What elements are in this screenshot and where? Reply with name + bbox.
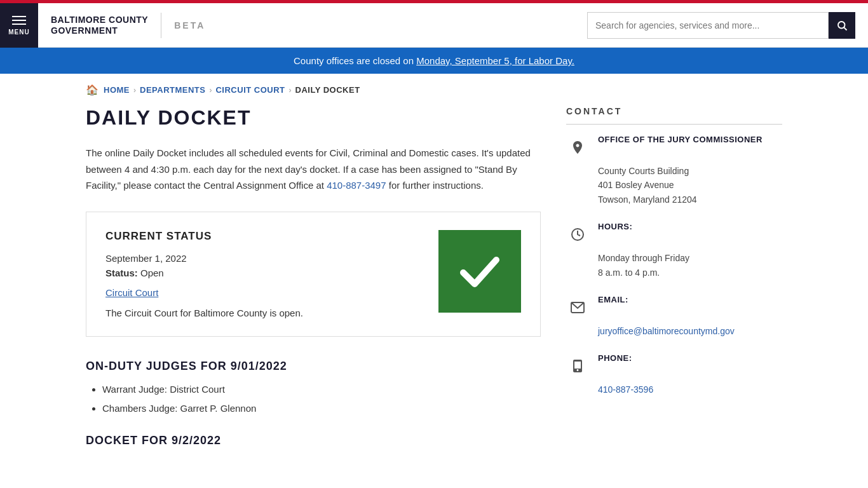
header-divider: [161, 13, 161, 38]
announcement-text: County offices are closed on: [294, 55, 416, 66]
email-label: EMAIL:: [598, 295, 628, 304]
clock-icon: [566, 223, 589, 246]
email-detail: juryoffice@baltimorecountymd.gov: [566, 324, 782, 338]
main-layout: DAILY DOCKET The online Daily Docket inc…: [0, 106, 868, 482]
search-icon: [836, 20, 848, 31]
status-link-container: Circuit Court: [105, 287, 419, 299]
breadcrumb-current: DAILY DOCKET: [295, 85, 360, 95]
email-section: EMAIL: juryoffice@baltimorecountymd.gov: [566, 295, 782, 338]
description-end: for further instructions.: [386, 180, 484, 191]
menu-label: MENU: [8, 29, 29, 36]
header: MENU BALTIMORE COUNTY GOVERNMENT BETA: [0, 3, 868, 48]
announcement-link[interactable]: Monday, September 5, for Labor Day.: [416, 55, 574, 66]
breadcrumb-circuit-court[interactable]: CIRCUIT COURT: [215, 85, 285, 95]
judges-section-title: ON-DUTY JUDGES FOR 9/01/2022: [86, 360, 541, 373]
phone-header: PHONE:: [566, 353, 782, 377]
checkmark-box: [438, 230, 521, 313]
envelope-icon: [570, 300, 585, 315]
list-item: Chambers Judge: Garret P. Glennon: [102, 401, 541, 416]
address-line3: Towson, Maryland 21204: [598, 193, 782, 207]
pin-icon: [570, 140, 585, 155]
clock-svg: [570, 227, 585, 242]
hours-section: HOURS: Monday through Friday 8 a.m. to 4…: [566, 222, 782, 280]
phone-detail: 410-887-3596: [566, 383, 782, 396]
email-icon: [566, 296, 589, 319]
sidebar: CONTACT OFFICE OF THE JURY COMMISSIONER …: [566, 106, 782, 456]
location-icon: [566, 136, 589, 159]
phone-icon: [566, 355, 589, 377]
main-content: DAILY DOCKET The online Daily Docket inc…: [86, 106, 541, 456]
email-link[interactable]: juryoffice@baltimorecountymd.gov: [598, 326, 735, 336]
hamburger-icon: [12, 20, 26, 21]
hours-label: HOURS:: [598, 222, 632, 231]
address-line1: County Courts Building: [598, 164, 782, 178]
hours-header: HOURS:: [566, 222, 782, 246]
svg-point-0: [838, 22, 845, 29]
phone-svg: [570, 358, 585, 374]
page-title: DAILY DOCKET: [86, 106, 541, 130]
phone-section: PHONE: 410-887-3596: [566, 353, 782, 396]
announcement-banner: County offices are closed on Monday, Sep…: [0, 48, 868, 74]
phone-value-link[interactable]: 410-887-3596: [598, 384, 653, 395]
menu-button[interactable]: MENU: [0, 3, 38, 48]
judges-list: Warrant Judge: District Court Chambers J…: [86, 382, 541, 416]
circuit-court-link[interactable]: Circuit Court: [105, 287, 158, 298]
status-message: The Circuit Court for Baltimore County i…: [105, 308, 419, 318]
status-info: CURRENT STATUS September 1, 2022 Status:…: [105, 230, 419, 318]
checkmark-icon: [454, 246, 505, 297]
contact-section-heading: CONTACT: [566, 106, 782, 125]
logo-line2: GOVERNMENT: [51, 25, 148, 36]
hamburger-icon: [12, 16, 26, 17]
office-title: OFFICE OF THE JURY COMMISSIONER: [598, 135, 763, 144]
breadcrumb: 🏠 HOME › DEPARTMENTS › CIRCUIT COURT › D…: [0, 74, 868, 106]
status-label: Status:: [105, 268, 138, 278]
breadcrumb-sep2: ›: [209, 86, 212, 95]
breadcrumb-sep3: ›: [289, 86, 292, 95]
search-container: [587, 12, 855, 39]
hamburger-icon: [12, 24, 26, 25]
office-section: OFFICE OF THE JURY COMMISSIONER County C…: [566, 135, 782, 207]
phone-label: PHONE:: [598, 353, 632, 363]
description: The online Daily Docket includes all sch…: [86, 145, 541, 194]
logo-line1: BALTIMORE COUNTY: [51, 15, 148, 25]
home-icon: 🏠: [86, 84, 98, 96]
email-header: EMAIL:: [566, 295, 782, 319]
office-address: County Courts Building 401 Bosley Avenue…: [566, 164, 782, 207]
status-title: CURRENT STATUS: [105, 230, 419, 243]
search-input[interactable]: [587, 12, 829, 39]
address-line2: 401 Bosley Avenue: [598, 178, 782, 192]
hours-line2: 8 a.m. to 4 p.m.: [598, 266, 782, 280]
logo: BALTIMORE COUNTY GOVERNMENT: [51, 15, 148, 36]
search-button[interactable]: [829, 12, 855, 39]
list-item: Warrant Judge: District Court: [102, 382, 541, 397]
status-line: Status: Open: [105, 268, 419, 278]
hours-line1: Monday through Friday: [598, 251, 782, 265]
hours-detail: Monday through Friday 8 a.m. to 4 p.m.: [566, 251, 782, 280]
docket-title: DOCKET FOR 9/2/2022: [86, 434, 541, 447]
status-value: Open: [140, 268, 164, 278]
status-date: September 1, 2022: [105, 253, 419, 264]
breadcrumb-departments[interactable]: DEPARTMENTS: [140, 85, 205, 95]
office-header: OFFICE OF THE JURY COMMISSIONER: [566, 135, 782, 159]
svg-line-1: [844, 27, 846, 30]
status-box: CURRENT STATUS September 1, 2022 Status:…: [86, 212, 541, 337]
phone-link[interactable]: 410-887-3497: [327, 180, 386, 191]
beta-label: BETA: [174, 20, 205, 30]
breadcrumb-sep1: ›: [133, 86, 136, 95]
breadcrumb-home[interactable]: HOME: [104, 85, 130, 95]
